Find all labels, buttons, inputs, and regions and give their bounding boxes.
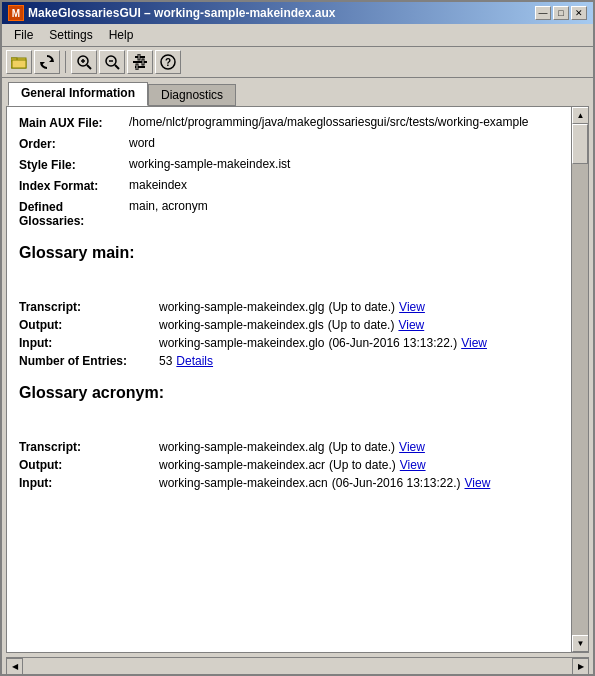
folder-icon <box>11 55 27 69</box>
spacer-2 <box>19 410 559 440</box>
menu-file[interactable]: File <box>6 26 41 44</box>
acronym-transcript-file: working-sample-makeindex.alg <box>159 440 324 454</box>
svg-text:?: ? <box>165 57 171 68</box>
main-entries-count: 53 <box>159 354 172 368</box>
title-buttons: — □ ✕ <box>535 6 587 20</box>
style-label: Style File: <box>19 157 129 172</box>
acronym-output-label: Output: <box>19 458 159 472</box>
scroll-up-arrow[interactable]: ▲ <box>572 107 589 124</box>
main-window: M MakeGlossariesGUI – working-sample-mak… <box>0 0 595 676</box>
scroll-content: Main AUX File: /home/nlct/programming/ja… <box>7 107 571 652</box>
format-label: Index Format: <box>19 178 129 193</box>
info-row-aux: Main AUX File: /home/nlct/programming/ja… <box>19 115 559 130</box>
scroll-track-v[interactable] <box>572 124 588 635</box>
acronym-input-view-link[interactable]: View <box>465 476 491 490</box>
main-input-file: working-sample-makeindex.glo <box>159 336 324 350</box>
acronym-transcript-row: Transcript: working-sample-makeindex.alg… <box>19 440 559 454</box>
svg-rect-17 <box>136 64 138 70</box>
main-transcript-label: Transcript: <box>19 300 159 314</box>
svg-rect-15 <box>138 54 140 60</box>
glossaries-value: main, acronym <box>129 199 208 213</box>
main-entries-details-link[interactable]: Details <box>176 354 213 368</box>
app-icon: M <box>8 5 24 21</box>
main-transcript-row: Transcript: working-sample-makeindex.glg… <box>19 300 559 314</box>
title-bar: M MakeGlossariesGUI – working-sample-mak… <box>2 2 593 24</box>
toolbar-separator-1 <box>65 51 66 73</box>
horizontal-scrollbar: ◀ ▶ <box>6 658 589 674</box>
acronym-input-row: Input: working-sample-makeindex.acn (06-… <box>19 476 559 490</box>
main-output-status: (Up to date.) <box>328 318 395 332</box>
horizontal-scrollbar-container: ◀ ▶ <box>6 657 589 674</box>
main-entries-row: Number of Entries: 53 Details <box>19 354 559 368</box>
acronym-transcript-view-link[interactable]: View <box>399 440 425 454</box>
main-output-file: working-sample-makeindex.gls <box>159 318 324 332</box>
num-entries-label: Number of Entries: <box>19 354 159 368</box>
title-bar-left: M MakeGlossariesGUI – working-sample-mak… <box>8 5 335 21</box>
main-transcript-status: (Up to date.) <box>328 300 395 314</box>
acronym-input-status: (06-Jun-2016 13:13:22.) <box>332 476 461 490</box>
acronym-output-status: (Up to date.) <box>329 458 396 472</box>
tab-bar: General Information Diagnostics <box>2 78 593 106</box>
help-btn[interactable]: ? <box>155 50 181 74</box>
menu-bar: File Settings Help <box>2 24 593 47</box>
scroll-left-arrow[interactable]: ◀ <box>6 658 23 675</box>
acronym-transcript-status: (Up to date.) <box>328 440 395 454</box>
open-folder-btn[interactable] <box>6 50 32 74</box>
info-row-style: Style File: working-sample-makeindex.ist <box>19 157 559 172</box>
zoom-out-btn[interactable] <box>99 50 125 74</box>
aux-file-label: Main AUX File: <box>19 115 129 130</box>
scroll-down-arrow[interactable]: ▼ <box>572 635 589 652</box>
main-output-label: Output: <box>19 318 159 332</box>
menu-settings[interactable]: Settings <box>41 26 100 44</box>
order-value: word <box>129 136 155 150</box>
main-transcript-view-link[interactable]: View <box>399 300 425 314</box>
svg-line-6 <box>87 65 91 69</box>
order-label: Order: <box>19 136 129 151</box>
main-input-label: Input: <box>19 336 159 350</box>
format-value: makeindex <box>129 178 187 192</box>
main-input-status: (06-Jun-2016 13:13:22.) <box>328 336 457 350</box>
info-row-order: Order: word <box>19 136 559 151</box>
main-output-row: Output: working-sample-makeindex.gls (Up… <box>19 318 559 332</box>
main-input-row: Input: working-sample-makeindex.glo (06-… <box>19 336 559 350</box>
info-row-format: Index Format: makeindex <box>19 178 559 193</box>
spacer-1 <box>19 270 559 300</box>
acronym-input-label: Input: <box>19 476 159 490</box>
acronym-input-file: working-sample-makeindex.acn <box>159 476 328 490</box>
refresh-btn[interactable] <box>34 50 60 74</box>
zoom-in-btn[interactable] <box>71 50 97 74</box>
style-value: working-sample-makeindex.ist <box>129 157 290 171</box>
glossary-main-header: Glossary main: <box>19 244 559 262</box>
info-table: Main AUX File: /home/nlct/programming/ja… <box>19 115 559 228</box>
aux-file-value: /home/nlct/programming/java/makeglossari… <box>129 115 529 129</box>
settings-icon <box>132 54 148 70</box>
content-area: Main AUX File: /home/nlct/programming/ja… <box>6 106 589 653</box>
maximize-button[interactable]: □ <box>553 6 569 20</box>
zoom-out-icon <box>104 54 120 70</box>
refresh-icon <box>39 54 55 70</box>
acronym-output-row: Output: working-sample-makeindex.acr (Up… <box>19 458 559 472</box>
info-row-glossaries: Defined Glossaries: main, acronym <box>19 199 559 228</box>
tab-diagnostics[interactable]: Diagnostics <box>148 84 236 106</box>
scroll-thumb-v[interactable] <box>572 124 588 164</box>
svg-rect-13 <box>133 61 147 63</box>
acronym-transcript-label: Transcript: <box>19 440 159 454</box>
menu-help[interactable]: Help <box>101 26 142 44</box>
main-input-view-link[interactable]: View <box>461 336 487 350</box>
help-icon: ? <box>160 54 176 70</box>
settings-btn[interactable] <box>127 50 153 74</box>
minimize-button[interactable]: — <box>535 6 551 20</box>
close-button[interactable]: ✕ <box>571 6 587 20</box>
main-output-view-link[interactable]: View <box>398 318 424 332</box>
glossary-acronym-header: Glossary acronym: <box>19 384 559 402</box>
acronym-output-file: working-sample-makeindex.acr <box>159 458 325 472</box>
vertical-scrollbar: ▲ ▼ <box>571 107 588 652</box>
acronym-output-view-link[interactable]: View <box>400 458 426 472</box>
tab-general-information[interactable]: General Information <box>8 82 148 106</box>
glossaries-label: Defined Glossaries: <box>19 199 129 228</box>
main-transcript-file: working-sample-makeindex.glg <box>159 300 324 314</box>
svg-rect-16 <box>142 59 144 65</box>
scroll-right-arrow[interactable]: ▶ <box>572 658 589 675</box>
window-title: MakeGlossariesGUI – working-sample-makei… <box>28 6 335 20</box>
svg-line-10 <box>115 65 119 69</box>
